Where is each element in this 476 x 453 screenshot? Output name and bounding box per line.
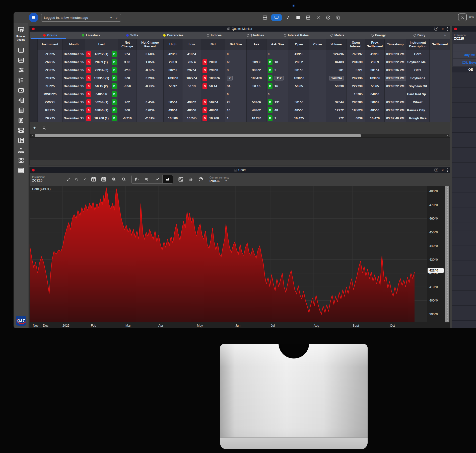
currency-value[interactable]: PRICE bbox=[210, 179, 220, 183]
sell-button[interactable]: S bbox=[86, 99, 91, 105]
tab-indices[interactable]: Indices bbox=[194, 32, 235, 39]
draw-cursor-icon[interactable] bbox=[187, 175, 194, 183]
chart-instrument-input[interactable]: ZCZ25 bbox=[32, 178, 60, 183]
sell-bid-button[interactable]: S bbox=[202, 99, 207, 105]
quote-row-ZCZ25[interactable]: ZCZ25December '25S422^2 (1)B2^40.60%423^… bbox=[30, 50, 450, 58]
layout-icon[interactable] bbox=[294, 14, 302, 21]
scrollbar-thumb[interactable] bbox=[35, 134, 361, 137]
indicator-settings-icon[interactable] bbox=[177, 175, 184, 183]
palette-icon[interactable] bbox=[197, 175, 205, 183]
column-header-prev_settlement[interactable]: Prev. Settlement bbox=[365, 39, 385, 50]
candle-chart-type-icon[interactable] bbox=[142, 175, 152, 183]
sidebar-item-filters[interactable] bbox=[16, 66, 26, 76]
clear-icon[interactable] bbox=[82, 175, 87, 183]
close-panel-button[interactable]: × bbox=[442, 168, 444, 172]
login-status-dropdown[interactable]: Logged in, a few minutes ago ▾ ✓ bbox=[41, 14, 121, 22]
column-header-ask[interactable]: Ask bbox=[247, 39, 266, 50]
sell-button[interactable]: S bbox=[86, 83, 91, 89]
buy-button[interactable]: B bbox=[112, 75, 117, 81]
help-button[interactable]: ? bbox=[434, 27, 438, 31]
column-header-bid_size[interactable]: Bid Size bbox=[225, 39, 247, 50]
sell-button[interactable]: S bbox=[86, 107, 91, 113]
grid-add-icon[interactable] bbox=[304, 14, 312, 21]
panel-menu-button[interactable] bbox=[447, 29, 448, 29]
sidebar-item-notes[interactable] bbox=[16, 116, 26, 126]
search-icon[interactable] bbox=[74, 175, 79, 183]
quote-row-MWEZ25[interactable]: MWEZ25December '25S648^0 PB0015705648^0H… bbox=[30, 90, 450, 98]
add-instrument-button[interactable]: + bbox=[33, 125, 36, 131]
close-panel-button[interactable]: × bbox=[442, 27, 444, 31]
column-header-volume[interactable]: Volume bbox=[326, 39, 347, 50]
zoom-out-icon[interactable] bbox=[120, 175, 127, 183]
scroll-left-arrow[interactable] bbox=[31, 134, 34, 137]
horizontal-scrollbar[interactable] bbox=[30, 134, 449, 137]
bar-chart-type-icon[interactable] bbox=[132, 175, 142, 183]
line-chart-type-icon[interactable] bbox=[152, 175, 163, 183]
sidebar-item-hierarchy[interactable] bbox=[16, 146, 26, 156]
user-profile-button[interactable] bbox=[458, 14, 467, 21]
oe-instrument-input[interactable]: ZCZ25 bbox=[454, 37, 474, 41]
sidebar-item-trade-box[interactable] bbox=[16, 136, 26, 146]
column-header-open[interactable]: Open bbox=[289, 39, 309, 50]
tab-energy[interactable]: Energy bbox=[358, 32, 399, 39]
buy-button[interactable]: B bbox=[112, 99, 117, 105]
sidebar-item-market-depth[interactable] bbox=[16, 76, 26, 86]
column-header-close[interactable]: Close bbox=[309, 39, 326, 50]
sidebar-item-order-import[interactable] bbox=[16, 96, 26, 106]
tab-grains[interactable]: Grains bbox=[30, 32, 71, 39]
sidebar-item-apps-grid[interactable] bbox=[16, 156, 26, 166]
column-header-bid[interactable]: Bid bbox=[201, 39, 225, 50]
add-tab-button[interactable]: + bbox=[440, 32, 450, 39]
sidebar-item-news[interactable] bbox=[16, 106, 26, 116]
quote-row-ZLZ25[interactable]: ZLZ25December '25S50.15 (2)B-0.50-0.99%5… bbox=[30, 82, 450, 90]
area-chart-type-icon[interactable] bbox=[163, 175, 173, 183]
column-header-settlement[interactable]: Settlement bbox=[430, 39, 450, 50]
buy-button[interactable]: B bbox=[112, 67, 117, 73]
column-header-timestamp[interactable]: Timestamp bbox=[385, 39, 406, 50]
sell-bid-button[interactable]: S bbox=[202, 83, 207, 89]
quote-row-ZOZ25[interactable]: ZOZ25December '25S299^4 (2)B-2^0-0.66%30… bbox=[30, 66, 450, 74]
column-header-last[interactable]: Last bbox=[85, 39, 118, 50]
panel-menu-button[interactable] bbox=[447, 170, 448, 170]
sidebar-item-settings-list[interactable] bbox=[16, 166, 26, 176]
qst-logo[interactable]: QST bbox=[16, 316, 26, 326]
quote-row-ZSX25[interactable]: ZSX25November '25S1033^6 (1)B3^00.29%103… bbox=[30, 74, 450, 82]
buy-ask-button[interactable]: B bbox=[268, 59, 273, 65]
buy-button[interactable]: B bbox=[112, 91, 117, 97]
sidebar-item-positions[interactable] bbox=[16, 126, 26, 136]
search-instrument-button[interactable] bbox=[42, 126, 46, 130]
sidebar-item-chart[interactable] bbox=[16, 56, 26, 66]
column-header-instrument[interactable]: Instrument bbox=[38, 39, 63, 50]
buy-mkt-button[interactable]: Buy MKT bbox=[453, 51, 476, 58]
sell-button[interactable]: S bbox=[86, 59, 91, 65]
flat-button[interactable]: Flat bbox=[453, 44, 476, 51]
column-header-net_change[interactable]: Net Change bbox=[118, 39, 137, 50]
zoom-in-icon[interactable] bbox=[110, 175, 117, 183]
period-day-icon[interactable]: D bbox=[90, 175, 97, 183]
main-menu-button[interactable] bbox=[29, 13, 38, 22]
sell-button[interactable]: S bbox=[86, 75, 91, 81]
buy-button[interactable]: B bbox=[112, 51, 117, 57]
copy-icon[interactable] bbox=[334, 14, 343, 21]
tab--indices[interactable]: $ Indices bbox=[235, 32, 276, 39]
buy-button[interactable]: B bbox=[112, 83, 117, 89]
sell-button[interactable]: S bbox=[86, 91, 91, 97]
period-range-icon[interactable] bbox=[100, 175, 107, 183]
buy-ask-button[interactable]: B bbox=[268, 67, 273, 73]
quote-row-ZWZ25[interactable]: ZWZ25December '25S502^4 (1)B2^20.45%505^… bbox=[30, 98, 450, 106]
sidebar-item-quotes-monitor[interactable] bbox=[16, 46, 26, 56]
buy-button[interactable]: B bbox=[112, 115, 117, 121]
sell-button[interactable]: S bbox=[86, 51, 91, 57]
window-grid-icon[interactable] bbox=[261, 14, 269, 21]
sell-button[interactable]: S bbox=[86, 115, 91, 121]
edit-icon[interactable] bbox=[66, 175, 71, 183]
column-header-high[interactable]: High bbox=[164, 39, 182, 50]
column-header-open_interest[interactable]: Open Interest bbox=[347, 39, 365, 50]
sell-bid-button[interactable]: S bbox=[202, 115, 207, 121]
column-header-low[interactable]: Low bbox=[182, 39, 201, 50]
column-header-month[interactable]: Month bbox=[63, 39, 85, 50]
tab-softs[interactable]: Softs bbox=[112, 32, 153, 39]
tab-livestock[interactable]: Livestock bbox=[71, 32, 112, 39]
quote-row-ZMZ25[interactable]: ZMZ25December '25S289.9 (1)B3.001.05%290… bbox=[30, 58, 450, 66]
buy-ask-button[interactable]: B bbox=[268, 115, 273, 121]
